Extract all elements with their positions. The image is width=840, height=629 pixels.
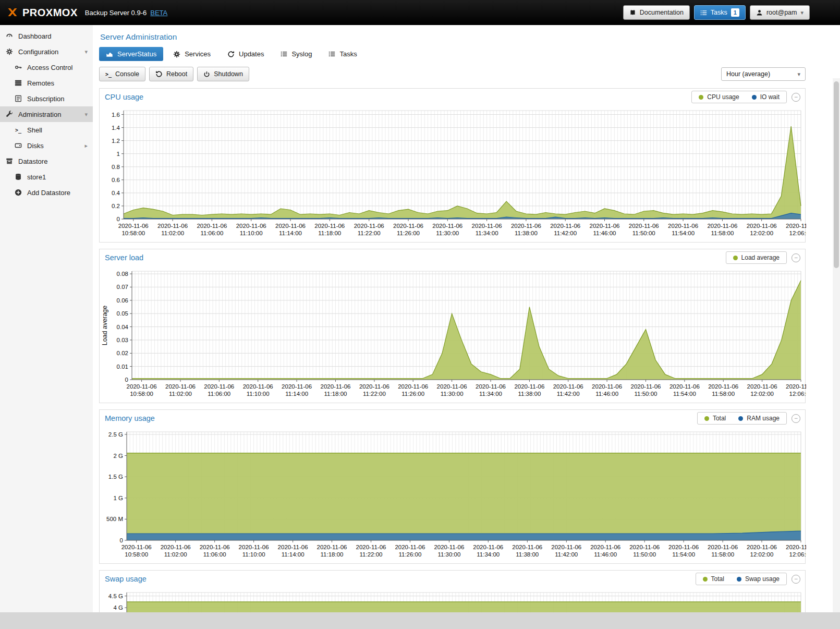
- subscription-icon: [14, 95, 22, 102]
- svg-text:11:46:00: 11:46:00: [593, 230, 616, 236]
- sidebar-item-label: Configuration: [18, 48, 58, 56]
- svg-text:2020-11-06: 2020-11-06: [165, 383, 196, 390]
- vertical-scrollbar[interactable]: [833, 78, 840, 612]
- svg-text:2020-11-06: 2020-11-06: [432, 223, 462, 229]
- timeframe-select[interactable]: Hour (average) ▾: [721, 67, 806, 81]
- shutdown-button[interactable]: Shutdown: [197, 67, 249, 81]
- svg-text:11:38:00: 11:38:00: [518, 391, 541, 397]
- tab-services[interactable]: Services: [166, 47, 217, 61]
- svg-text:2020-11-06: 2020-11-06: [354, 223, 384, 229]
- collapse-panel-button[interactable]: −: [792, 575, 800, 584]
- svg-text:11:54:00: 11:54:00: [673, 391, 696, 397]
- svg-text:11:30:00: 11:30:00: [437, 551, 460, 558]
- svg-text:10:58:00: 10:58:00: [121, 230, 145, 236]
- svg-text:2020-11-06: 2020-11-06: [314, 223, 345, 229]
- legend-dot: [733, 256, 738, 260]
- tab-bar: ServerStatusServicesUpdatesSyslogTasks: [99, 47, 806, 61]
- proxmox-logo: PROXMOX: [6, 6, 78, 19]
- console-button[interactable]: >_ Console: [99, 67, 145, 81]
- documentation-button[interactable]: Documentation: [623, 5, 690, 20]
- tab-label: Updates: [239, 50, 264, 58]
- svg-text:11:10:00: 11:10:00: [242, 551, 265, 558]
- svg-text:11:10:00: 11:10:00: [240, 230, 263, 236]
- svg-text:0.01: 0.01: [117, 364, 128, 370]
- svg-text:11:46:00: 11:46:00: [594, 551, 617, 558]
- collapse-panel-button[interactable]: −: [792, 93, 800, 102]
- svg-text:11:38:00: 11:38:00: [516, 551, 539, 558]
- user-menu-button[interactable]: root@pam ▾: [750, 5, 810, 20]
- svg-text:10:58:00: 10:58:00: [125, 551, 148, 558]
- svg-text:11:46:00: 11:46:00: [595, 391, 618, 397]
- timeframe-value: Hour (average): [726, 70, 770, 78]
- svg-text:11:02:00: 11:02:00: [169, 391, 192, 397]
- svg-text:0.2: 0.2: [112, 203, 120, 209]
- legend-item: Total: [704, 415, 726, 422]
- sidebar-item-access-control[interactable]: Access Control: [0, 59, 93, 75]
- sidebar-item-disks[interactable]: Disks▸: [0, 138, 93, 153]
- svg-text:4.5 G: 4.5 G: [108, 593, 123, 599]
- chart-cpu: 00.20.40.60.811.21.41.62020-11-0610:58:0…: [100, 105, 806, 238]
- sidebar-item-dashboard[interactable]: Dashboard: [0, 28, 93, 44]
- sidebar-item-administration[interactable]: Administration▾: [0, 106, 93, 122]
- panel-memory: Memory usageTotalRAM usage−0500 M1 G1.5 …: [99, 409, 806, 564]
- chevron-down-icon: ▾: [797, 71, 800, 78]
- sidebar-item-configuration[interactable]: Configuration▾: [0, 44, 93, 59]
- scrollbar-thumb[interactable]: [834, 81, 839, 268]
- collapse-panel-button[interactable]: −: [792, 253, 800, 262]
- sidebar-item-subscription[interactable]: Subscription: [0, 91, 93, 106]
- svg-text:2020-11-06: 2020-11-06: [200, 544, 230, 550]
- tab-label: ServerStatus: [117, 50, 156, 58]
- tab-syslog[interactable]: Syslog: [274, 47, 319, 61]
- svg-text:2020-11-06: 2020-11-06: [668, 223, 698, 229]
- tab-updates[interactable]: Updates: [221, 47, 271, 61]
- user-label: root@pam: [766, 9, 797, 16]
- svg-text:11:22:00: 11:22:00: [360, 551, 383, 558]
- legend-label: Total: [711, 575, 724, 583]
- svg-text:500 M: 500 M: [106, 516, 123, 522]
- svg-text:2020-11-06: 2020-11-06: [747, 223, 777, 229]
- top-header: PROXMOX Backup Server 0.9-6 BETA Documen…: [0, 0, 840, 25]
- svg-text:11:42:00: 11:42:00: [557, 391, 580, 397]
- svg-text:2020-11-06: 2020-11-06: [550, 223, 580, 229]
- terminal-icon: >_: [105, 71, 112, 77]
- svg-text:0.08: 0.08: [117, 271, 128, 277]
- svg-text:11:02:00: 11:02:00: [161, 230, 184, 236]
- chart-legend: Load average: [726, 251, 787, 264]
- svg-text:11:50:00: 11:50:00: [632, 230, 655, 236]
- sidebar-item-datastore[interactable]: Datastore: [0, 153, 93, 169]
- svg-text:2020-11-06: 2020-11-06: [359, 383, 389, 390]
- reboot-button[interactable]: Reboot: [149, 67, 193, 81]
- sidebar-item-shell[interactable]: >_Shell: [0, 122, 93, 138]
- chevron-right-icon[interactable]: ▸: [84, 142, 88, 149]
- svg-text:2020-11-06: 2020-11-06: [747, 544, 777, 550]
- svg-text:11:42:00: 11:42:00: [555, 551, 578, 558]
- chevron-down-icon[interactable]: ▾: [84, 49, 88, 55]
- beta-link[interactable]: BETA: [150, 9, 167, 17]
- tab-tasks[interactable]: Tasks: [322, 47, 363, 61]
- svg-text:11:34:00: 11:34:00: [477, 551, 500, 558]
- sidebar-item-remotes[interactable]: Remotes: [0, 75, 93, 91]
- collapse-panel-button[interactable]: −: [792, 414, 800, 423]
- tab-serverstatus[interactable]: ServerStatus: [99, 47, 163, 61]
- svg-text:11:14:00: 11:14:00: [285, 391, 308, 397]
- legend-item: IO wait: [752, 93, 780, 101]
- archive-icon: [5, 158, 14, 165]
- svg-text:11:22:00: 11:22:00: [363, 391, 386, 397]
- reboot-label: Reboot: [166, 70, 187, 78]
- svg-text:11:42:00: 11:42:00: [554, 230, 577, 236]
- svg-text:2020-11-06: 2020-11-06: [236, 223, 266, 229]
- chevron-down-icon[interactable]: ▾: [84, 111, 88, 118]
- svg-text:11:34:00: 11:34:00: [476, 230, 498, 236]
- svg-text:11:50:00: 11:50:00: [633, 551, 656, 558]
- chevron-down-icon: ▾: [800, 9, 804, 16]
- svg-text:11:30:00: 11:30:00: [436, 230, 459, 236]
- sidebar-item-add-datastore[interactable]: Add Datastore: [0, 185, 93, 200]
- sidebar-item-store1[interactable]: store1: [0, 169, 93, 185]
- svg-text:11:38:00: 11:38:00: [515, 230, 538, 236]
- documentation-label: Documentation: [640, 9, 684, 16]
- chart-area-memory: 0500 M1 G1.5 G2 G2.5 G2020-11-0610:58:00…: [100, 427, 805, 563]
- sidebar-item-label: Subscription: [27, 95, 65, 103]
- tasks-button[interactable]: Tasks 1: [694, 5, 746, 20]
- svg-text:0.07: 0.07: [117, 284, 128, 290]
- svg-text:2020-11-06: 2020-11-06: [278, 544, 308, 550]
